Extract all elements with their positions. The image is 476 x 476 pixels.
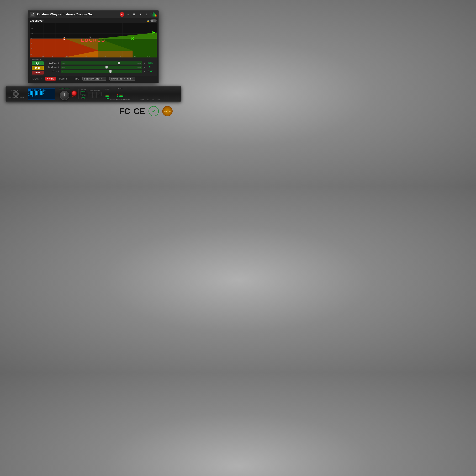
type-dropdown-1[interactable]: Butterworth 12dB/oct: [83, 77, 106, 81]
settings-icon[interactable]: ⚙: [138, 12, 143, 17]
polarity-inverted[interactable]: Inverted: [59, 78, 67, 80]
polarity-normal[interactable]: Normal: [45, 77, 56, 81]
recall-label: RECALL: [72, 96, 77, 97]
out-meter-4: [122, 94, 123, 99]
recall-btn[interactable]: RECALL: [80, 91, 86, 93]
ia-delay[interactable]: DELAY: [88, 96, 92, 98]
gain-slider[interactable]: -40 20: [61, 70, 142, 73]
encoder-knob[interactable]: [60, 91, 69, 100]
gain-thumb[interactable]: [109, 70, 112, 73]
nav-section: BACK SELECT: [59, 88, 70, 100]
recall-button[interactable]: [72, 91, 77, 96]
store-btn[interactable]: STORE: [80, 93, 86, 95]
svg-text:0: 0: [31, 37, 32, 39]
instant-access-label: INSTANT ACCESS: [90, 90, 100, 91]
gain-left-arrow[interactable]: ❮: [58, 70, 60, 73]
ia-geo[interactable]: GEO: [88, 92, 92, 94]
svg-text:1k: 1k: [104, 56, 106, 57]
gain-value: 0.0dB: [146, 70, 155, 72]
ce-badge: CE: [134, 106, 145, 116]
mute-label: MUTE: [140, 99, 144, 101]
band-buttons: Highs Mids Lows: [32, 61, 44, 74]
svg-text:5k: 5k: [134, 56, 136, 57]
output-meters: [117, 89, 123, 99]
crossover-graph[interactable]: 20 10 0 -10 -20 -30 20 40 80 200 500 1k …: [30, 23, 157, 57]
low-pass-slider[interactable]: 16 Hz 20 kHz: [61, 66, 142, 69]
level-bar-5: [155, 15, 155, 17]
low-pass-right-arrow[interactable]: ❯: [143, 66, 145, 68]
type-dropdown-2[interactable]: Linkwitz Riley 48dB/oct: [109, 77, 135, 81]
high-pass-thumb[interactable]: [118, 62, 120, 64]
input-label: INPUT: [105, 88, 109, 90]
low-pass-left-arrow[interactable]: ❮: [58, 66, 60, 68]
footer-badges: FC CE ✓ CERTIFIED: [119, 106, 173, 116]
high-pass-right-arrow[interactable]: ❯: [143, 62, 145, 64]
out-meter-1: [117, 94, 118, 99]
encoder-mark: [64, 93, 65, 96]
low-pass-row: Low Pass ❮ 16 Hz 20 kHz ❯ Out: [45, 66, 155, 69]
gain-row: Gain ❮ -40 20 ❯ 0.0dB: [45, 70, 155, 73]
menu-icon[interactable]: ☰: [132, 12, 137, 17]
input-meters: [105, 90, 109, 100]
lcd-line-2: L ▐▐▐▐▐▐▐▐▐▐▐▐▐▐▐ H: [28, 91, 54, 93]
out-meter-2: [119, 94, 120, 99]
svg-text:20: 20: [31, 28, 33, 29]
ia-afb[interactable]: AFB: [92, 92, 96, 94]
mid-label: MID: [152, 99, 154, 101]
toggle-switch[interactable]: [150, 19, 157, 22]
svg-text:20: 20: [33, 56, 35, 57]
band-highs[interactable]: Highs: [32, 61, 44, 65]
ia-xover[interactable]: XOVER: [88, 94, 92, 96]
xlr-connector: [13, 91, 18, 97]
back-button[interactable]: BACK: [59, 88, 64, 90]
rta-label: RTA MIC INPUT: [12, 90, 20, 91]
ia-sub[interactable]: SUB: [97, 92, 102, 94]
svg-text:500: 500: [85, 56, 87, 57]
preset-edit: EDIT: [31, 15, 34, 17]
svg-point-19: [132, 38, 133, 39]
ia-rta[interactable]: RTA: [92, 96, 96, 98]
toggle-knob: [151, 20, 153, 22]
fc-badge: FC: [119, 106, 130, 116]
svg-text:-10: -10: [30, 43, 33, 45]
high-pass-slider[interactable]: 16 Hz 20 kHz: [61, 61, 142, 65]
ia-comp[interactable]: COMP: [92, 94, 96, 96]
crossover-header: Crossover 🔒: [30, 19, 157, 22]
svg-text:-20: -20: [30, 48, 33, 50]
svg-point-21: [153, 32, 154, 33]
select-button[interactable]: SELECT: [64, 88, 70, 90]
svg-text:40: 40: [42, 56, 44, 57]
low-pass-max: 20 kHz: [137, 67, 141, 68]
bands-and-sliders: Highs Mids Lows High Pass ❮ 16 Hz 20 kHz: [32, 61, 155, 74]
input-meter-1: [105, 95, 107, 100]
lock-toggle[interactable]: 🔒: [147, 19, 157, 22]
svg-text:80: 80: [52, 56, 54, 57]
high-pass-row: High Pass ❮ 16 Hz 20 kHz ❯ 6.7kHz: [45, 61, 155, 65]
home-icon[interactable]: ⌂: [126, 12, 131, 17]
professional-label: PROFESSIONAL PRODUCTS: [8, 97, 24, 98]
gain-right-arrow[interactable]: ❯: [143, 70, 145, 73]
svg-text:-30: -30: [30, 53, 33, 55]
peq-btn[interactable]: PEQ: [81, 97, 85, 99]
locked-label: LOCKED: [81, 37, 105, 43]
high-pass-left-arrow[interactable]: ❮: [58, 62, 60, 64]
high-pass-label: High Pass: [45, 62, 57, 64]
ia-limiter[interactable]: LIMITER: [97, 94, 102, 96]
preset-number: 13: [31, 12, 34, 15]
svg-text:200: 200: [66, 56, 68, 57]
record-section: RECALL: [72, 91, 77, 97]
crossover-title: Crossover: [30, 19, 44, 22]
hardware-unit: RTA MIC INPUT PROFESSIONAL PRODUCTS 10 1…: [5, 86, 181, 102]
high-pass-max: 20 kHz: [137, 63, 141, 64]
svg-text:10k: 10k: [147, 56, 150, 57]
record-icon[interactable]: ●: [119, 12, 124, 17]
band-mids[interactable]: Mids: [32, 66, 44, 70]
low-pass-thumb[interactable]: [105, 66, 108, 68]
speaker-mgmt-label: SPEAKER MANAGEMENT SYSTEM: [110, 99, 130, 100]
svg-text:2k: 2k: [120, 56, 121, 57]
info-icon[interactable]: ℹ: [144, 12, 149, 17]
high-pass-value: 6.7kHz: [146, 62, 155, 64]
gain-label: Gain: [45, 70, 57, 72]
lcd-line-4: MIC ▐▐▐ HL: [28, 95, 54, 97]
band-lows[interactable]: Lows: [32, 71, 44, 74]
